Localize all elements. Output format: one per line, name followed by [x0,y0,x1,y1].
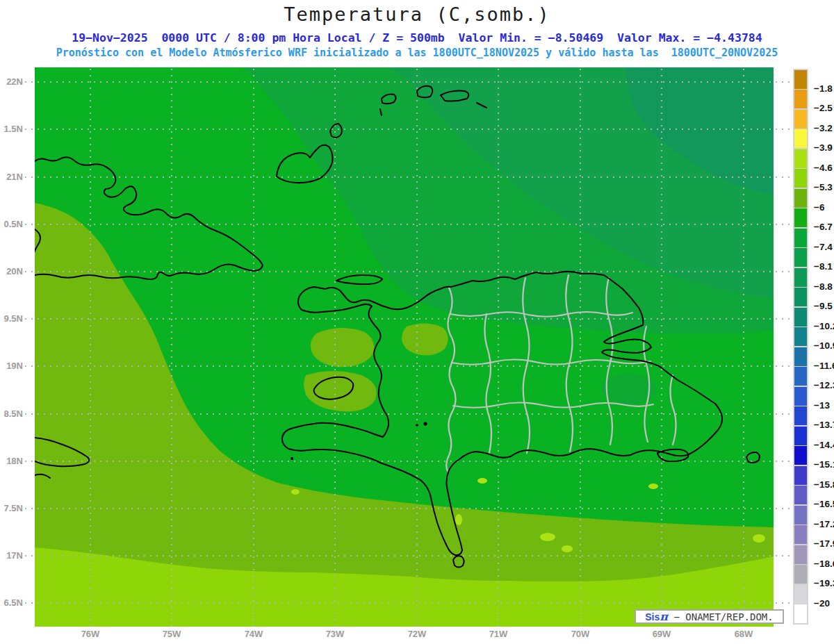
colorbar-cell [794,169,807,188]
colorbar-tick-label: −15.8 [814,479,834,490]
lat-label: 8.5N [0,408,23,419]
lon-label: 73W [320,629,350,639]
colorbar-cell [794,585,807,604]
colorbar-cell [794,506,807,525]
colorbar-tick-label: −6.7 [814,222,834,232]
lake-enriquillo [423,422,427,425]
lat-label: 6.5N [0,597,23,608]
colorbar-cell [794,387,807,406]
colorbar-cell [794,110,807,129]
lon-label: 71W [483,629,514,639]
colorbar-tick-label: −8.8 [814,281,834,292]
colorbar-tick-label: −17.2 [814,519,834,529]
colorbar-cell [794,189,807,208]
colorbar-cell [794,268,807,287]
colorbar-tick-label: −14.4 [814,440,834,450]
colorbar-tick-label: −20 [814,598,834,609]
lon-label: 76W [75,629,106,639]
colorbar-tick-label: −3.2 [814,123,834,133]
colorbar-tick-label: −13.7 [814,420,834,430]
lat-label: 1.5N [0,124,23,134]
colorbar-tick-label: −11.6 [814,361,834,371]
colorbar-tick-label: −12.3 [814,380,834,390]
colorbar-cell [794,208,807,227]
colorbar-cell [794,129,807,148]
colorbar-cell [794,486,807,504]
lat-label: 9.5N [0,313,23,324]
colorbar-tick-label: −4.6 [814,163,834,173]
lat-label: 20N [0,266,23,276]
lat-label: 7.5N [0,503,23,513]
colorbar-cell [794,347,807,366]
colorbar-cell [794,446,807,465]
colorbar-tick-label: −8.1 [814,261,834,272]
colorbar-cell [794,70,807,89]
temperature-shading [35,67,774,627]
colorbar-tick-label: −6 [814,202,834,213]
forecast-page: Temperatura (C,somb.) 19−Nov−2025 0000 U… [0,0,834,644]
lon-label: 70W [565,629,596,639]
colorbar-cell [794,288,807,306]
colorbar-cell [794,406,807,425]
lat-label: 22N [0,76,23,87]
colorbar-cell [794,327,807,346]
lon-label: 74W [238,629,269,639]
lon-label: 69W [646,629,677,639]
lat-label: 0.5N [0,219,23,229]
lake-azuei [416,424,418,427]
colorbar-cell [794,604,807,623]
credit-org: ONAMET/REP.DOM. [685,611,773,622]
colorbar-cell [794,367,807,386]
colorbar-cell [794,248,807,267]
colorbar-tick-label: −9.5 [814,301,834,311]
colorbar-cell [794,229,807,247]
colorbar-tick-label: −18.6 [814,559,834,569]
colorbar-cell [794,149,807,168]
colorbar-tick-label: −3.9 [814,142,834,153]
lat-label: 18N [0,456,23,466]
lon-label: 68W [728,629,759,639]
colorbar-tick-label: −17.9 [814,538,834,549]
colorbar-tick-label: −1.8 [814,83,834,94]
lat-label: 19N [0,361,23,371]
colorbar-cell [794,427,807,445]
lat-label: 21N [0,172,23,182]
lat-label: 17N [0,550,23,561]
colorbar-cell [794,466,807,485]
colorbar-tick-label: −10.9 [814,340,834,351]
lon-label: 72W [402,629,432,639]
credit-separator: − [668,611,685,622]
ile-a-vache [291,457,293,460]
colorbar-tick-label: −10.2 [814,321,834,331]
colorbar-cell [794,90,807,108]
colorbar-tick-label: −19.3 [814,578,834,588]
colorbar-tick-label: −5.3 [814,182,834,192]
pi-symbol: π [660,611,668,622]
colorbar-cell [794,545,807,564]
colorbar-tick-label: −2.5 [814,103,834,113]
credit-box: Sisπ − ONAMET/REP.DOM. [635,609,784,624]
lon-label: 75W [156,629,187,639]
colorbar-cell [794,565,807,584]
colorbar-tick-label: −13 [814,400,834,411]
colorbar-cell [794,525,807,544]
colorbar-tick-label: −16.5 [814,499,834,509]
colorbar [793,69,808,625]
colorbar-cell [794,308,807,327]
colorbar-tick-label: −7.4 [814,242,834,252]
colorbar-tick-label: −15.1 [814,459,834,470]
brand-name: Sis [645,611,660,622]
forecast-map [0,0,834,644]
